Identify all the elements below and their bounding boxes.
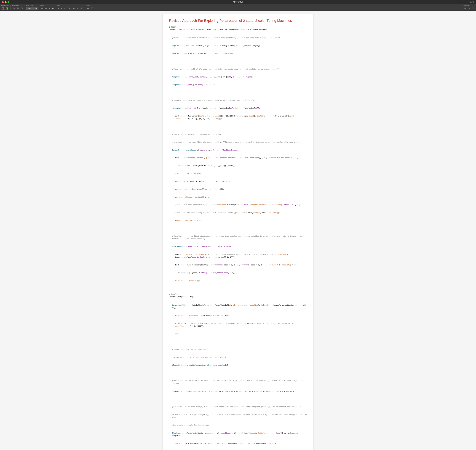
notebook-area[interactable]: Revised Approach For Exploring Perturbat… bbox=[0, 11, 476, 450]
code-block-time-recovery: (*TimeToRecovery: earliest step≥flipStep… bbox=[169, 230, 307, 287]
svg-line-21 bbox=[473, 9, 474, 9]
svg-text:✦: ✦ bbox=[13, 8, 15, 9]
cells-indent-btn[interactable]: ⇥ bbox=[48, 7, 51, 10]
insert-btn1[interactable] bbox=[86, 7, 90, 10]
bold-button[interactable]: B bbox=[57, 7, 60, 10]
title-bar: PTM2025.nb 100% bbox=[0, 0, 476, 4]
toolbar-notebook: Notebook bbox=[463, 5, 475, 10]
toolbar-cell-style: Cell Style Section Text Code Input bbox=[26, 5, 37, 10]
font-size-button[interactable]: ffd bbox=[69, 7, 72, 10]
assistance-label: Assistance bbox=[12, 5, 19, 6]
notebook-search-btn[interactable] bbox=[471, 7, 475, 10]
notebook-share-btn[interactable] bbox=[463, 7, 467, 10]
cells-merge-btn[interactable] bbox=[40, 7, 44, 10]
assistance-btn1[interactable]: ✦ bbox=[12, 7, 16, 10]
insert-label: Insert bbox=[86, 5, 90, 6]
text-label: Text bbox=[57, 5, 60, 6]
cells-label: Cells bbox=[40, 5, 44, 6]
hyperlink-button[interactable]: 🔗 bbox=[79, 7, 84, 10]
underline-button[interactable]: U bbox=[63, 7, 66, 10]
code-block-hamming: (*Compare two tapes by Hamming distance,… bbox=[169, 94, 307, 125]
subscript-superscript-button[interactable]: S-S bbox=[72, 7, 76, 10]
toolbar-text: Text B I U ‾ ffd S-S ✏ 🔗 bbox=[57, 5, 84, 10]
cell-style-label: Cell Style bbox=[26, 5, 33, 6]
svg-rect-9 bbox=[21, 8, 23, 9]
evaluation-run-button[interactable] bbox=[1, 7, 5, 10]
italic-button[interactable]: I bbox=[60, 7, 62, 10]
cell-label-262: In[262]:= bbox=[169, 293, 307, 295]
code-block-tapeto-list: (*Convert the tape from TuringMachine[] … bbox=[169, 31, 307, 60]
code-block-single-perturb: (*Run a Turing Machine unperturbed up to… bbox=[169, 128, 307, 227]
notebook-cloud-btn[interactable] bbox=[467, 7, 471, 10]
zoom-level: 100% bbox=[469, 1, 474, 3]
evaluation-all-button[interactable] bbox=[5, 7, 9, 10]
code-block-usage: (*Usage: allResults=ComputeAllTMs[]; Now… bbox=[169, 343, 307, 372]
overbar-button[interactable]: ‾ bbox=[66, 7, 68, 10]
svg-marker-3 bbox=[6, 8, 7, 9]
cell-label-226: In[226]:= bbox=[169, 26, 307, 28]
notebook-content: Revised Approach For Exploring Perturbat… bbox=[163, 14, 313, 450]
cell-262-content[interactable]: ClearAll[ComputeAllTMs]; bbox=[169, 296, 307, 298]
window-title: PTM2025.nb bbox=[233, 1, 243, 3]
code-block-compute-all: ComputeAllTMs[] := Module[{data}, data =… bbox=[169, 299, 307, 341]
code-block-pick-partial: (*Let's define 'borderline' to mean: fin… bbox=[169, 374, 307, 398]
cell-style-select[interactable]: Section Text Code Input bbox=[26, 7, 37, 10]
code-block-show-comment: (*To show side-by-side arrays, plus the … bbox=[169, 400, 307, 450]
traffic-lights[interactable] bbox=[2, 1, 9, 3]
cell-226-content[interactable]: ClearAll[TapeToList, FlipCenterCell, Ham… bbox=[169, 28, 307, 31]
evaluation-label: Evaluation bbox=[1, 5, 9, 6]
assistance-btn3[interactable] bbox=[20, 7, 24, 10]
close-button[interactable] bbox=[2, 1, 4, 3]
toolbar-insert: Insert bbox=[86, 5, 94, 10]
assistance-btn2[interactable] bbox=[16, 7, 20, 10]
svg-marker-4 bbox=[7, 8, 8, 9]
svg-marker-1 bbox=[3, 8, 4, 9]
insert-btn2[interactable] bbox=[90, 7, 94, 10]
highlight-button[interactable]: ✏ bbox=[76, 7, 79, 10]
toolbar-cells: Cells ▤ ⇥ ⇤ bbox=[40, 5, 54, 10]
toolbar-assistance: Assistance ✦ bbox=[12, 5, 24, 10]
notebook-title: Revised Approach For Exploring Perturbat… bbox=[169, 18, 307, 23]
toolbar: Evaluation Assistance ✦ Cell Sty bbox=[0, 4, 476, 11]
code-block-flip-center: (*Flip the center cell of the tape. In p… bbox=[169, 63, 307, 91]
svg-point-20 bbox=[472, 8, 473, 9]
svg-point-19 bbox=[464, 8, 465, 9]
toolbar-evaluation: Evaluation bbox=[1, 5, 9, 10]
cells-outdent-btn[interactable]: ⇤ bbox=[51, 7, 54, 10]
maximize-button[interactable] bbox=[7, 1, 9, 3]
minimize-button[interactable] bbox=[5, 1, 6, 3]
notebook-label: Notebook bbox=[463, 5, 470, 6]
cells-split-btn[interactable]: ▤ bbox=[44, 7, 48, 10]
